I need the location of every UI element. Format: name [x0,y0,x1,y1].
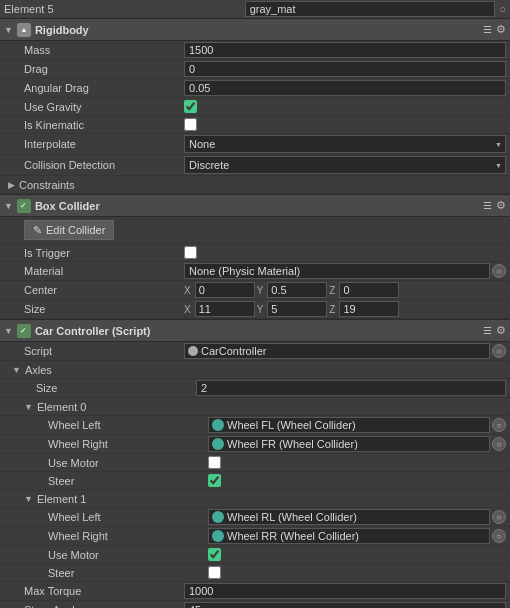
center-xyz: X Y Z [184,282,506,298]
car-controller-icon: ✓ [17,324,31,338]
e1-use-motor-label: Use Motor [48,549,208,561]
rigidbody-save-icon[interactable]: ☰ [483,24,492,35]
material-picker-button[interactable]: ○ [492,264,506,278]
rigidbody-collapse-arrow[interactable]: ▼ [4,25,13,35]
center-label: Center [24,284,184,296]
e0-wheel-left-dot [212,419,224,431]
drag-label: Drag [24,63,184,75]
e1-wheel-left-picker[interactable]: ○ [492,510,506,524]
box-collider-header-left: ▼ ✓ Box Collider [4,199,483,213]
is-kinematic-checkbox[interactable] [184,118,197,131]
car-controller-header[interactable]: ▼ ✓ Car Controller (Script) ☰ ⚙ [0,320,510,342]
e0-wheel-left-picker[interactable]: ○ [492,418,506,432]
mass-value [184,42,506,58]
steer-angle-input[interactable] [184,602,506,608]
element-value: gray_mat [245,1,496,17]
rigidbody-section: ▼ ▲ Rigidbody ☰ ⚙ Mass Drag Angular Drag… [0,19,510,195]
e0-wheel-right-picker[interactable]: ○ [492,437,506,451]
e0-use-motor-checkbox[interactable] [208,456,221,469]
edit-collider-pencil-icon: ✎ [33,224,42,237]
is-trigger-checkbox[interactable] [184,246,197,259]
axles-arrow: ▼ [12,365,21,375]
steer-angle-row: Steer Angle [0,601,510,608]
e1-wheel-left-text: Wheel RL (Wheel Collider) [227,511,486,523]
e1-wheel-right-text: Wheel RR (Wheel Collider) [227,530,486,542]
use-gravity-checkbox[interactable] [184,100,197,113]
box-collider-header-right: ☰ ⚙ [483,199,506,212]
car-controller-title: Car Controller (Script) [35,325,151,337]
center-x-label: X [184,285,191,296]
collision-detection-select-wrapper: Discrete Continuous Continuous Dynamic [184,156,506,174]
e0-use-motor-value [208,456,506,469]
max-torque-row: Max Torque [0,582,510,601]
element0-header[interactable]: ▼ Element 0 [0,398,510,416]
size-xyz: X Y Z [184,301,506,317]
box-collider-save-icon[interactable]: ☰ [483,200,492,211]
angular-drag-input[interactable] [184,80,506,96]
edit-collider-button[interactable]: ✎ Edit Collider [24,220,114,240]
center-y-input[interactable] [267,282,327,298]
size-y-input[interactable] [267,301,327,317]
collision-detection-label: Collision Detection [24,159,184,171]
e1-steer-row: Steer [0,564,510,582]
drag-row: Drag [0,60,510,79]
material-input[interactable] [184,263,490,279]
center-z-input[interactable] [339,282,399,298]
center-x-input[interactable] [195,282,255,298]
axles-size-label: Size [36,382,196,394]
size-z-input[interactable] [339,301,399,317]
car-controller-section: ▼ ✓ Car Controller (Script) ☰ ⚙ Script C… [0,320,510,608]
box-collider-header[interactable]: ▼ ✓ Box Collider ☰ ⚙ [0,195,510,217]
e1-wheel-left-row: Wheel Left Wheel RL (Wheel Collider) ○ [0,508,510,527]
e1-wheel-right-picker[interactable]: ○ [492,529,506,543]
max-torque-input[interactable] [184,583,506,599]
e1-steer-label: Steer [48,567,208,579]
is-trigger-value [184,246,506,259]
e1-wheel-right-field: Wheel RR (Wheel Collider) [208,528,490,544]
box-collider-collapse-arrow[interactable]: ▼ [4,201,13,211]
edit-collider-label: Edit Collider [46,224,105,236]
script-field: CarController [184,343,490,359]
angular-drag-row: Angular Drag [0,79,510,98]
collision-detection-select[interactable]: Discrete Continuous Continuous Dynamic [184,156,506,174]
car-controller-collapse-arrow[interactable]: ▼ [4,326,13,336]
e0-wheel-left-label: Wheel Left [48,419,208,431]
constraints-row[interactable]: ▶ Constraints [0,176,510,194]
car-controller-save-icon[interactable]: ☰ [483,325,492,336]
e1-use-motor-checkbox[interactable] [208,548,221,561]
top-element-row: Element 5 gray_mat ○ [0,0,510,19]
element1-label: Element 1 [37,493,87,505]
e1-wheel-right-dot [212,530,224,542]
interpolate-select-wrapper: None Interpolate Extrapolate [184,135,506,153]
e1-wheel-left-dot [212,511,224,523]
e1-steer-checkbox[interactable] [208,566,221,579]
car-controller-header-right: ☰ ⚙ [483,324,506,337]
edit-collider-row: ✎ Edit Collider [0,217,510,244]
box-collider-gear-icon[interactable]: ⚙ [496,199,506,212]
size-x-input[interactable] [195,301,255,317]
car-controller-gear-icon[interactable]: ⚙ [496,324,506,337]
axles-label: Axles [25,364,52,376]
material-value: ○ [184,263,506,279]
script-picker-button[interactable]: ○ [492,344,506,358]
axles-size-input[interactable] [196,380,506,396]
e0-wheel-left-row: Wheel Left Wheel FL (Wheel Collider) ○ [0,416,510,435]
rigidbody-header[interactable]: ▼ ▲ Rigidbody ☰ ⚙ [0,19,510,41]
axles-header[interactable]: ▼ Axles [0,361,510,379]
interpolate-select[interactable]: None Interpolate Extrapolate [184,135,506,153]
element1-header[interactable]: ▼ Element 1 [0,490,510,508]
axles-size-row: Size [0,379,510,398]
element1-arrow: ▼ [24,494,33,504]
e0-steer-checkbox[interactable] [208,474,221,487]
max-torque-label: Max Torque [24,585,184,597]
rigidbody-gear-icon[interactable]: ⚙ [496,23,506,36]
e0-wheel-right-row: Wheel Right Wheel FR (Wheel Collider) ○ [0,435,510,454]
rigidbody-header-left: ▼ ▲ Rigidbody [4,23,483,37]
size-label: Size [24,303,184,315]
is-trigger-row: Is Trigger [0,244,510,262]
e0-steer-row: Steer [0,472,510,490]
mass-input[interactable] [184,42,506,58]
angular-drag-label: Angular Drag [24,82,184,94]
drag-input[interactable] [184,61,506,77]
element-circle[interactable]: ○ [499,3,506,15]
